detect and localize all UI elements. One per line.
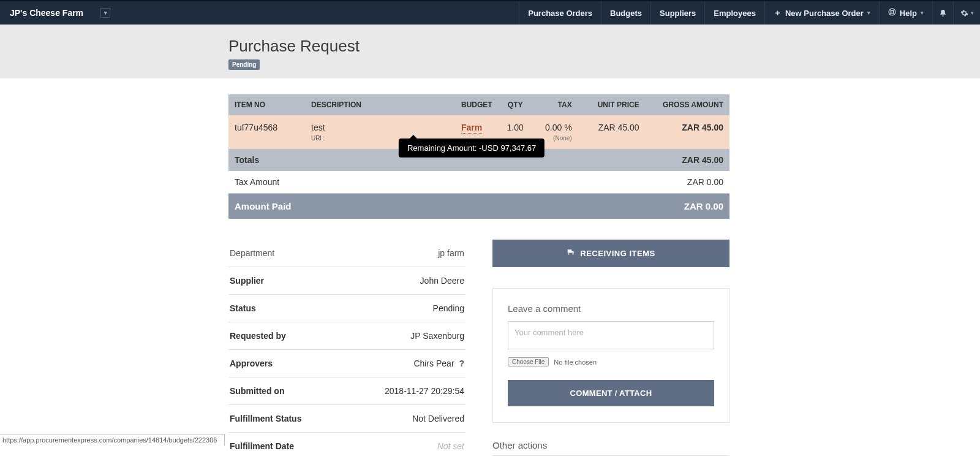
nav-budgets[interactable]: Budgets xyxy=(601,1,650,25)
budget-link[interactable]: Farm xyxy=(461,123,482,134)
svg-line-2 xyxy=(889,10,891,11)
nav-new-po[interactable]: ＋ New Purchase Order ▾ xyxy=(764,1,879,25)
receiving-items-button[interactable]: RECEIVING ITEMS xyxy=(492,240,729,267)
choose-file-button[interactable]: Choose File xyxy=(508,357,549,366)
detail-requested-by: Requested by JP Saxenburg xyxy=(228,322,466,350)
page-header: Purchase Request Pending xyxy=(0,25,980,78)
detail-supplier: Supplier John Deere xyxy=(228,267,466,295)
caret-down-icon: ▾ xyxy=(100,8,110,18)
caret-down-icon: ▾ xyxy=(971,10,974,16)
settings-icon[interactable]: ▾ xyxy=(953,1,980,25)
company-name: JP's Cheese Farm xyxy=(10,8,83,18)
detail-department: Department jp farm xyxy=(228,240,466,267)
nav-suppliers[interactable]: Suppliers xyxy=(650,1,704,25)
nav-employees[interactable]: Employees xyxy=(704,1,764,25)
detail-fulfillment-status: Fulfillment Status Not Delivered xyxy=(228,405,466,433)
comment-input[interactable] xyxy=(508,321,714,349)
detail-fulfillment-date: Fulfillment Date Not set xyxy=(228,433,466,459)
col-gross: GROSS AMOUNT xyxy=(646,94,729,115)
detail-status: Status Pending xyxy=(228,295,466,322)
comment-panel: Leave a comment Choose File No file chos… xyxy=(492,288,729,423)
comment-title: Leave a comment xyxy=(508,303,714,314)
svg-line-4 xyxy=(893,10,894,11)
plus-icon: ＋ xyxy=(774,7,782,18)
caret-down-icon: ▾ xyxy=(921,10,924,16)
company-selector[interactable]: JP's Cheese Farm ▾ xyxy=(5,8,115,18)
amount-paid-row: Amount Paid ZAR 0.00 xyxy=(228,194,729,219)
items-table: ITEM NO DESCRIPTION BUDGET QTY TAX UNIT … xyxy=(228,94,729,219)
comment-attach-button[interactable]: COMMENT / ATTACH xyxy=(508,380,714,406)
truck-icon xyxy=(567,248,575,259)
line-item: tuf77u4568 test URl : Farm Remaining Amo… xyxy=(228,115,729,149)
top-nav: JP's Cheese Farm ▾ Purchase Orders Budge… xyxy=(0,0,980,25)
cell-item-no: tuf77u4568 xyxy=(228,115,305,149)
col-description: DESCRIPTION xyxy=(305,94,455,115)
col-qty: QTY xyxy=(499,94,532,115)
action-pdf[interactable]: PDF xyxy=(492,456,729,459)
col-unit-price: UNIT PRICE xyxy=(578,94,646,115)
caret-down-icon: ▾ xyxy=(867,10,870,16)
svg-point-1 xyxy=(891,10,893,13)
other-actions: Other actions PDF Copy xyxy=(492,440,729,459)
details-panel: Department jp farm Supplier John Deere S… xyxy=(228,240,466,459)
col-tax: TAX xyxy=(532,94,578,115)
notifications-icon[interactable] xyxy=(932,1,953,25)
svg-line-5 xyxy=(889,13,891,14)
tax-row: Tax Amount ZAR 0.00 xyxy=(228,171,729,194)
col-budget: BUDGET xyxy=(455,94,499,115)
nav-purchase-orders[interactable]: Purchase Orders xyxy=(519,1,601,25)
status-bar-url: https://app.procurementexpress.com/compa… xyxy=(0,434,225,446)
col-item-no: ITEM NO xyxy=(228,94,305,115)
cell-unit-price: ZAR 45.00 xyxy=(578,115,646,149)
svg-line-3 xyxy=(893,13,894,14)
budget-tooltip: Remaining Amount: -USD 97,347.67 xyxy=(399,138,545,157)
status-badge: Pending xyxy=(228,59,260,70)
cell-budget: Farm Remaining Amount: -USD 97,347.67 xyxy=(455,115,499,149)
detail-submitted-on: Submitted on 2018-11-27 20:29:54 xyxy=(228,377,466,405)
file-status: No file chosen xyxy=(554,358,597,366)
nav-help[interactable]: Help ▾ xyxy=(879,1,932,25)
help-icon[interactable]: ? xyxy=(459,358,464,368)
cell-gross: ZAR 45.00 xyxy=(646,115,729,149)
page-title: Purchase Request xyxy=(228,37,729,56)
life-ring-icon xyxy=(888,8,896,18)
other-actions-title: Other actions xyxy=(492,440,729,456)
detail-approvers: Approvers Chirs Pear ? xyxy=(228,350,466,377)
